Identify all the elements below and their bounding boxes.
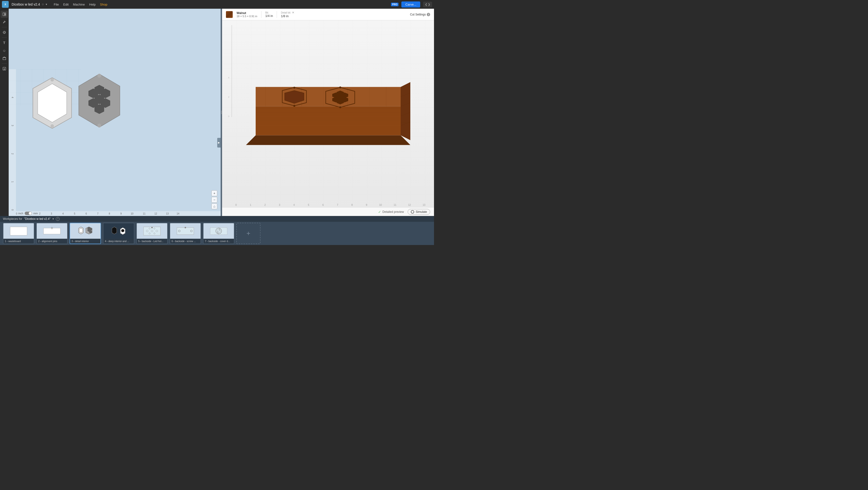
svg-rect-11: [3, 58, 6, 60]
target-tool-button[interactable]: [1, 29, 8, 36]
svg-point-30: [97, 123, 101, 127]
cut-settings-button[interactable]: Cut Settings ℹ: [410, 13, 430, 16]
cut-settings-label: Cut Settings: [410, 13, 426, 16]
workpiece-item-7[interactable]: 7 - backside - cover d...: [203, 223, 235, 244]
menu-shop[interactable]: Shop: [100, 3, 107, 6]
svg-rect-44: [256, 87, 401, 106]
3d-wood-preview: [246, 77, 410, 150]
simulate-icon: [411, 210, 414, 213]
svg-marker-18: [38, 84, 67, 122]
unit-mm-label: mm: [33, 212, 38, 215]
menu-machine[interactable]: Machine: [73, 3, 85, 6]
add-workpiece-icon: +: [246, 230, 250, 237]
svg-point-95: [185, 227, 186, 228]
svg-marker-66: [401, 82, 410, 140]
workpiece-label-3: 3 - detail interior: [70, 239, 100, 243]
canvas-collapse-button[interactable]: ▶: [217, 138, 221, 147]
preview-footer: ✓ Detailed preview Simulate: [222, 207, 434, 216]
bit-label: Bit:: [265, 11, 273, 14]
svg-marker-3: [4, 13, 6, 16]
workpieces-header: Workpieces for "Dicebox w led v2.4" ▾ ?: [0, 216, 434, 222]
svg-marker-82: [112, 227, 117, 234]
add-workpiece-button[interactable]: +: [236, 223, 260, 244]
bit-info: Bit: 1/4 in: [265, 11, 273, 18]
canvas-top-region: [9, 9, 221, 69]
svg-text:4: 4: [228, 77, 229, 79]
text-tool-button[interactable]: T: [1, 39, 8, 47]
workpiece-label-7: 7 - backside - cover d...: [204, 239, 234, 243]
detail-bit-header: Detail bit: ✕: [281, 11, 294, 14]
preview-area: Walnut 18 × 5.5 × 0.91 in Bit: 1/4 in De…: [222, 9, 434, 216]
detail-bit-section: Detail bit: ✕ 1/8 in: [281, 11, 294, 18]
workpieces-bar: Workpieces for "Dicebox w led v2.4" ▾ ? …: [0, 216, 434, 245]
svg-marker-76: [79, 228, 83, 233]
material-dimensions: 18 × 5.5 × 0.91 in: [237, 15, 257, 18]
workpiece-preview-7: [204, 223, 234, 239]
zoom-home-button[interactable]: ⌂: [212, 203, 217, 209]
workpiece-preview-2: [37, 223, 67, 239]
workpiece-item-5[interactable]: 5 - backside - Led hol...: [136, 223, 168, 244]
emoji-tool-button[interactable]: ☺: [1, 47, 8, 54]
svg-marker-12: [3, 57, 6, 58]
workpiece-item-2[interactable]: 2 - alignment pins: [36, 223, 68, 244]
units-toggle-switch[interactable]: [25, 212, 32, 215]
workpiece-preview-6: [170, 223, 200, 239]
pen-tool-button[interactable]: [1, 19, 8, 26]
app-logo: X: [2, 1, 9, 8]
header-separator-1: [261, 11, 261, 18]
svg-text:2: 2: [228, 96, 229, 98]
workpiece-label-2: 2 - alignment pins: [37, 239, 67, 243]
zoom-out-button[interactable]: −: [212, 197, 217, 203]
top-bar: X Dicebox w led v2.4 ☆ ▾ File Edit Machi…: [0, 0, 434, 9]
simulate-label: Simulate: [415, 210, 427, 213]
workpiece-item-3[interactable]: 3 - detail interior: [70, 223, 101, 244]
detail-bit-close-button[interactable]: ✕: [292, 11, 294, 14]
menu-edit[interactable]: Edit: [63, 3, 68, 6]
menu-help[interactable]: Help: [89, 3, 96, 6]
canvas-grid[interactable]: 4 3 2 1 0: [9, 69, 221, 216]
workpiece-item-4[interactable]: 4 - deep interior and ...: [103, 223, 134, 244]
carve-button[interactable]: Carve...: [401, 1, 420, 7]
select-tool-button[interactable]: [1, 11, 8, 18]
preview-3d-canvas[interactable]: 0 2 4 0 1 2 3 4 5 6 7 8 9 10 11 12 13 14: [222, 20, 434, 207]
svg-text:0: 0: [228, 115, 229, 118]
workpiece-label-5: 5 - backside - Led hol...: [137, 239, 167, 243]
caret-down-icon[interactable]: ▾: [46, 3, 47, 6]
detailed-preview-toggle[interactable]: ✓ Detailed preview: [378, 210, 404, 214]
left-toolbar: T ☺: [0, 9, 9, 216]
panel-collapse-button[interactable]: ❮ ❯: [423, 2, 432, 7]
box-tool-button[interactable]: [1, 55, 8, 62]
checkmark-icon: ✓: [378, 210, 381, 214]
hexagon-filled-shape[interactable]: [74, 73, 125, 129]
menu-file[interactable]: File: [54, 3, 59, 6]
svg-point-20: [51, 124, 54, 128]
canvas-area: 4 3 2 1 0: [9, 9, 221, 216]
workpieces-project-name: "Dicebox w led v2.4": [24, 217, 51, 221]
import-tool-button[interactable]: [1, 65, 8, 72]
svg-point-10: [4, 32, 5, 33]
workpieces-header-label: Workpieces for: [3, 217, 22, 221]
workpiece-item-6[interactable]: 6 - backside - screw ...: [169, 223, 201, 244]
detail-bit-value: 1/8 in: [281, 14, 288, 18]
svg-point-64: [339, 86, 341, 88]
workpieces-help-icon[interactable]: ?: [56, 217, 60, 221]
workpiece-label-6: 6 - backside - screw ...: [170, 239, 200, 243]
workpieces-list: 1 - wasteboard 2 - alignment pins: [0, 222, 434, 245]
svg-rect-71: [10, 227, 27, 235]
preview-ruler-left: 0 2 4: [227, 25, 237, 122]
svg-point-93: [151, 227, 153, 228]
workpiece-item-1[interactable]: 1 - wasteboard: [3, 223, 34, 244]
material-swatch: [226, 11, 233, 18]
workpiece-preview-3: [70, 223, 100, 239]
svg-line-4: [5, 21, 5, 22]
cut-settings-info-icon: ℹ: [427, 13, 430, 16]
workpiece-preview-5: [137, 223, 167, 239]
units-toggle: inch mm: [19, 212, 38, 215]
hexagon-outline-shape[interactable]: [29, 77, 75, 131]
zoom-in-button[interactable]: +: [212, 190, 217, 196]
simulate-button[interactable]: Simulate: [408, 209, 430, 215]
menu-bar: File Edit Machine Help Shop: [54, 3, 107, 6]
star-icon[interactable]: ☆: [41, 3, 44, 6]
workpieces-caret-icon[interactable]: ▾: [53, 217, 54, 221]
svg-point-65: [339, 106, 341, 108]
